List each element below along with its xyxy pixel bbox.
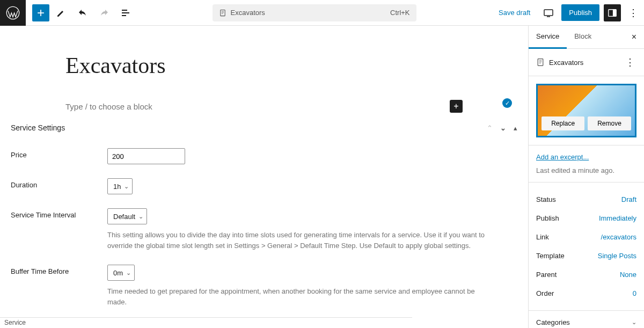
document-pill[interactable]: Excavators Ctrl+K bbox=[213, 4, 416, 21]
publish-value[interactable]: Immediately bbox=[599, 214, 636, 222]
order-value[interactable]: 0 bbox=[633, 289, 636, 297]
last-edited-text: Last edited a minute ago. bbox=[536, 166, 614, 174]
tab-block[interactable]: Block bbox=[567, 26, 599, 48]
settings-panel-toggle[interactable] bbox=[604, 4, 621, 21]
breadcrumb[interactable]: Service bbox=[0, 317, 412, 328]
collapse-down-icon[interactable]: ⌄ bbox=[500, 124, 506, 132]
chevron-down-icon: ⌄ bbox=[138, 213, 143, 220]
duration-label: Duration bbox=[11, 178, 107, 189]
page-icon bbox=[219, 9, 226, 17]
order-label: Order bbox=[536, 289, 554, 297]
redo-icon bbox=[94, 3, 114, 23]
block-prompt[interactable]: Type / to choose a block bbox=[65, 102, 152, 111]
svg-rect-4 bbox=[613, 9, 616, 16]
collapse-top-icon[interactable]: ▴ bbox=[514, 124, 517, 132]
add-excerpt-link[interactable]: Add an excerpt... bbox=[536, 153, 636, 161]
parent-value[interactable]: None bbox=[620, 271, 636, 279]
interval-select[interactable]: Default⌄ bbox=[107, 208, 147, 224]
chevron-down-icon: ⌄ bbox=[126, 269, 131, 276]
interval-label: Service Time Interval bbox=[11, 208, 107, 219]
remove-image-button[interactable]: Remove bbox=[588, 116, 631, 130]
template-label: Template bbox=[536, 252, 565, 260]
link-value[interactable]: /excavators bbox=[601, 233, 636, 241]
chevron-down-icon: ⌄ bbox=[632, 319, 636, 326]
price-input[interactable] bbox=[107, 148, 185, 164]
preview-icon[interactable] bbox=[540, 4, 557, 21]
publish-label: Publish bbox=[536, 214, 559, 222]
more-options-icon[interactable]: ⋮ bbox=[625, 7, 640, 19]
categories-panel[interactable]: Categories ⌄ bbox=[529, 311, 644, 328]
undo-icon[interactable] bbox=[73, 3, 92, 23]
insert-block-button[interactable]: + bbox=[450, 100, 463, 113]
page-title[interactable]: Excavators bbox=[65, 53, 463, 78]
sidebar-title: Excavators bbox=[549, 59, 583, 67]
close-sidebar-icon[interactable]: × bbox=[624, 26, 644, 48]
publish-button[interactable]: Publish bbox=[561, 4, 599, 21]
chevron-down-icon: ⌄ bbox=[124, 183, 129, 190]
buffer-before-select[interactable]: 0m⌄ bbox=[107, 265, 135, 281]
edit-icon[interactable] bbox=[52, 3, 71, 23]
price-label: Price bbox=[11, 148, 107, 159]
interval-description: This setting allows you to divide the da… bbox=[107, 230, 494, 251]
add-block-button[interactable]: + bbox=[32, 4, 49, 21]
buffer-before-label: Buffer Time Before bbox=[11, 265, 107, 275]
check-badge-icon: ✓ bbox=[502, 98, 512, 108]
doc-title: Excavators bbox=[231, 9, 265, 17]
sidebar-more-icon[interactable]: ⋮ bbox=[622, 56, 636, 68]
link-label: Link bbox=[536, 233, 549, 241]
buffer-before-desc: Time needed to get prepared for the appo… bbox=[107, 286, 494, 307]
svg-rect-5 bbox=[538, 59, 543, 66]
svg-rect-1 bbox=[220, 10, 224, 16]
tab-service[interactable]: Service bbox=[529, 26, 567, 48]
wp-logo[interactable] bbox=[0, 0, 26, 26]
page-icon bbox=[536, 58, 545, 67]
replace-image-button[interactable]: Replace bbox=[541, 116, 584, 130]
duration-select[interactable]: 1h⌄ bbox=[107, 178, 133, 194]
doc-shortcut: Ctrl+K bbox=[390, 9, 409, 17]
template-value[interactable]: Single Posts bbox=[598, 252, 636, 260]
status-label: Status bbox=[536, 195, 556, 203]
parent-label: Parent bbox=[536, 271, 557, 279]
outline-icon[interactable] bbox=[116, 3, 135, 23]
save-draft-button[interactable]: Save draft bbox=[493, 5, 536, 20]
settings-heading: Service Settings bbox=[11, 123, 65, 132]
collapse-up-icon[interactable]: ⌃ bbox=[487, 124, 493, 132]
svg-rect-2 bbox=[544, 10, 553, 16]
featured-image[interactable]: Replace Remove bbox=[536, 84, 636, 137]
status-value[interactable]: Draft bbox=[621, 195, 636, 203]
